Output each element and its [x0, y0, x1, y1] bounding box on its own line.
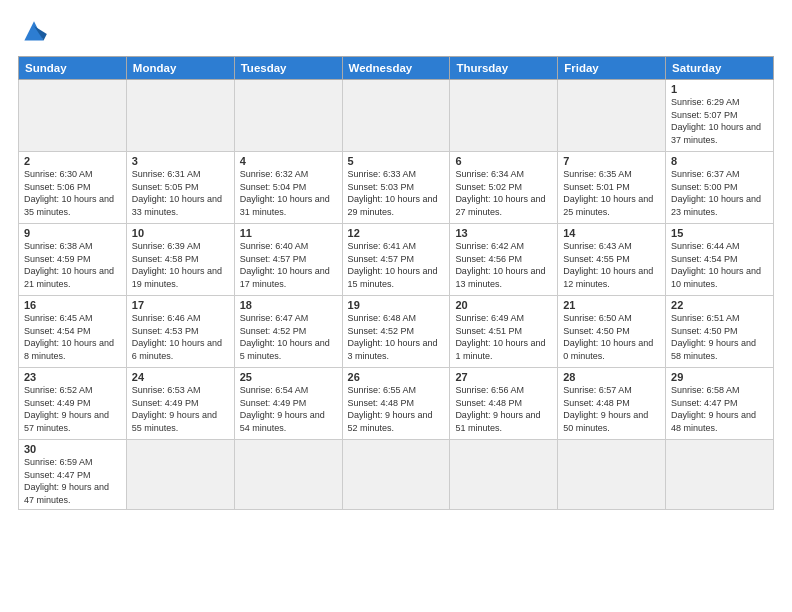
- cell-info: Sunrise: 6:40 AM Sunset: 4:57 PM Dayligh…: [240, 240, 337, 290]
- cell-info: Sunrise: 6:52 AM Sunset: 4:49 PM Dayligh…: [24, 384, 121, 434]
- day-number: 15: [671, 227, 768, 239]
- calendar-cell: 24Sunrise: 6:53 AM Sunset: 4:49 PM Dayli…: [126, 368, 234, 440]
- cell-info: Sunrise: 6:50 AM Sunset: 4:50 PM Dayligh…: [563, 312, 660, 362]
- cell-info: Sunrise: 6:33 AM Sunset: 5:03 PM Dayligh…: [348, 168, 445, 218]
- weekday-header: Monday: [126, 57, 234, 80]
- cell-info: Sunrise: 6:49 AM Sunset: 4:51 PM Dayligh…: [455, 312, 552, 362]
- calendar-cell: [450, 80, 558, 152]
- cell-info: Sunrise: 6:41 AM Sunset: 4:57 PM Dayligh…: [348, 240, 445, 290]
- calendar-cell: [558, 80, 666, 152]
- cell-info: Sunrise: 6:37 AM Sunset: 5:00 PM Dayligh…: [671, 168, 768, 218]
- weekday-header: Sunday: [19, 57, 127, 80]
- day-number: 17: [132, 299, 229, 311]
- calendar-cell: 20Sunrise: 6:49 AM Sunset: 4:51 PM Dayli…: [450, 296, 558, 368]
- day-number: 21: [563, 299, 660, 311]
- cell-info: Sunrise: 6:53 AM Sunset: 4:49 PM Dayligh…: [132, 384, 229, 434]
- calendar-cell: 14Sunrise: 6:43 AM Sunset: 4:55 PM Dayli…: [558, 224, 666, 296]
- calendar-cell: 4Sunrise: 6:32 AM Sunset: 5:04 PM Daylig…: [234, 152, 342, 224]
- cell-info: Sunrise: 6:38 AM Sunset: 4:59 PM Dayligh…: [24, 240, 121, 290]
- weekday-header: Friday: [558, 57, 666, 80]
- day-number: 20: [455, 299, 552, 311]
- calendar-week-row: 30Sunrise: 6:59 AM Sunset: 4:47 PM Dayli…: [19, 440, 774, 510]
- calendar-week-row: 23Sunrise: 6:52 AM Sunset: 4:49 PM Dayli…: [19, 368, 774, 440]
- cell-info: Sunrise: 6:39 AM Sunset: 4:58 PM Dayligh…: [132, 240, 229, 290]
- calendar-week-row: 16Sunrise: 6:45 AM Sunset: 4:54 PM Dayli…: [19, 296, 774, 368]
- day-number: 9: [24, 227, 121, 239]
- cell-info: Sunrise: 6:44 AM Sunset: 4:54 PM Dayligh…: [671, 240, 768, 290]
- weekday-header: Wednesday: [342, 57, 450, 80]
- day-number: 6: [455, 155, 552, 167]
- day-number: 1: [671, 83, 768, 95]
- calendar-cell: 23Sunrise: 6:52 AM Sunset: 4:49 PM Dayli…: [19, 368, 127, 440]
- calendar-cell: 15Sunrise: 6:44 AM Sunset: 4:54 PM Dayli…: [666, 224, 774, 296]
- calendar-cell: 2Sunrise: 6:30 AM Sunset: 5:06 PM Daylig…: [19, 152, 127, 224]
- weekday-header: Saturday: [666, 57, 774, 80]
- day-number: 14: [563, 227, 660, 239]
- calendar-cell: 5Sunrise: 6:33 AM Sunset: 5:03 PM Daylig…: [342, 152, 450, 224]
- calendar-cell: 1Sunrise: 6:29 AM Sunset: 5:07 PM Daylig…: [666, 80, 774, 152]
- weekday-header-row: SundayMondayTuesdayWednesdayThursdayFrid…: [19, 57, 774, 80]
- calendar-cell: 13Sunrise: 6:42 AM Sunset: 4:56 PM Dayli…: [450, 224, 558, 296]
- calendar-cell: [234, 80, 342, 152]
- calendar-cell: 27Sunrise: 6:56 AM Sunset: 4:48 PM Dayli…: [450, 368, 558, 440]
- cell-info: Sunrise: 6:47 AM Sunset: 4:52 PM Dayligh…: [240, 312, 337, 362]
- calendar-cell: [19, 80, 127, 152]
- day-number: 18: [240, 299, 337, 311]
- calendar-cell: 9Sunrise: 6:38 AM Sunset: 4:59 PM Daylig…: [19, 224, 127, 296]
- day-number: 27: [455, 371, 552, 383]
- calendar-cell: 11Sunrise: 6:40 AM Sunset: 4:57 PM Dayli…: [234, 224, 342, 296]
- calendar-cell: [342, 440, 450, 510]
- day-number: 16: [24, 299, 121, 311]
- logo-icon: [18, 18, 50, 46]
- cell-info: Sunrise: 6:35 AM Sunset: 5:01 PM Dayligh…: [563, 168, 660, 218]
- day-number: 3: [132, 155, 229, 167]
- calendar: SundayMondayTuesdayWednesdayThursdayFrid…: [18, 56, 774, 510]
- day-number: 7: [563, 155, 660, 167]
- cell-info: Sunrise: 6:46 AM Sunset: 4:53 PM Dayligh…: [132, 312, 229, 362]
- cell-info: Sunrise: 6:58 AM Sunset: 4:47 PM Dayligh…: [671, 384, 768, 434]
- day-number: 25: [240, 371, 337, 383]
- calendar-cell: 30Sunrise: 6:59 AM Sunset: 4:47 PM Dayli…: [19, 440, 127, 510]
- calendar-cell: 6Sunrise: 6:34 AM Sunset: 5:02 PM Daylig…: [450, 152, 558, 224]
- cell-info: Sunrise: 6:59 AM Sunset: 4:47 PM Dayligh…: [24, 456, 121, 506]
- calendar-week-row: 2Sunrise: 6:30 AM Sunset: 5:06 PM Daylig…: [19, 152, 774, 224]
- day-number: 4: [240, 155, 337, 167]
- cell-info: Sunrise: 6:31 AM Sunset: 5:05 PM Dayligh…: [132, 168, 229, 218]
- cell-info: Sunrise: 6:45 AM Sunset: 4:54 PM Dayligh…: [24, 312, 121, 362]
- day-number: 22: [671, 299, 768, 311]
- cell-info: Sunrise: 6:55 AM Sunset: 4:48 PM Dayligh…: [348, 384, 445, 434]
- day-number: 19: [348, 299, 445, 311]
- calendar-cell: [126, 80, 234, 152]
- calendar-cell: [126, 440, 234, 510]
- calendar-week-row: 9Sunrise: 6:38 AM Sunset: 4:59 PM Daylig…: [19, 224, 774, 296]
- calendar-cell: 21Sunrise: 6:50 AM Sunset: 4:50 PM Dayli…: [558, 296, 666, 368]
- calendar-cell: 26Sunrise: 6:55 AM Sunset: 4:48 PM Dayli…: [342, 368, 450, 440]
- cell-info: Sunrise: 6:42 AM Sunset: 4:56 PM Dayligh…: [455, 240, 552, 290]
- day-number: 23: [24, 371, 121, 383]
- calendar-cell: 22Sunrise: 6:51 AM Sunset: 4:50 PM Dayli…: [666, 296, 774, 368]
- calendar-cell: [342, 80, 450, 152]
- calendar-cell: 28Sunrise: 6:57 AM Sunset: 4:48 PM Dayli…: [558, 368, 666, 440]
- cell-info: Sunrise: 6:54 AM Sunset: 4:49 PM Dayligh…: [240, 384, 337, 434]
- day-number: 5: [348, 155, 445, 167]
- cell-info: Sunrise: 6:57 AM Sunset: 4:48 PM Dayligh…: [563, 384, 660, 434]
- calendar-cell: [450, 440, 558, 510]
- day-number: 13: [455, 227, 552, 239]
- calendar-cell: [558, 440, 666, 510]
- calendar-cell: 7Sunrise: 6:35 AM Sunset: 5:01 PM Daylig…: [558, 152, 666, 224]
- cell-info: Sunrise: 6:51 AM Sunset: 4:50 PM Dayligh…: [671, 312, 768, 362]
- calendar-cell: [234, 440, 342, 510]
- calendar-cell: 16Sunrise: 6:45 AM Sunset: 4:54 PM Dayli…: [19, 296, 127, 368]
- weekday-header: Thursday: [450, 57, 558, 80]
- calendar-cell: 25Sunrise: 6:54 AM Sunset: 4:49 PM Dayli…: [234, 368, 342, 440]
- calendar-cell: 19Sunrise: 6:48 AM Sunset: 4:52 PM Dayli…: [342, 296, 450, 368]
- day-number: 2: [24, 155, 121, 167]
- calendar-cell: 3Sunrise: 6:31 AM Sunset: 5:05 PM Daylig…: [126, 152, 234, 224]
- day-number: 12: [348, 227, 445, 239]
- day-number: 10: [132, 227, 229, 239]
- cell-info: Sunrise: 6:48 AM Sunset: 4:52 PM Dayligh…: [348, 312, 445, 362]
- logo: [18, 18, 54, 46]
- cell-info: Sunrise: 6:43 AM Sunset: 4:55 PM Dayligh…: [563, 240, 660, 290]
- calendar-cell: 12Sunrise: 6:41 AM Sunset: 4:57 PM Dayli…: [342, 224, 450, 296]
- day-number: 28: [563, 371, 660, 383]
